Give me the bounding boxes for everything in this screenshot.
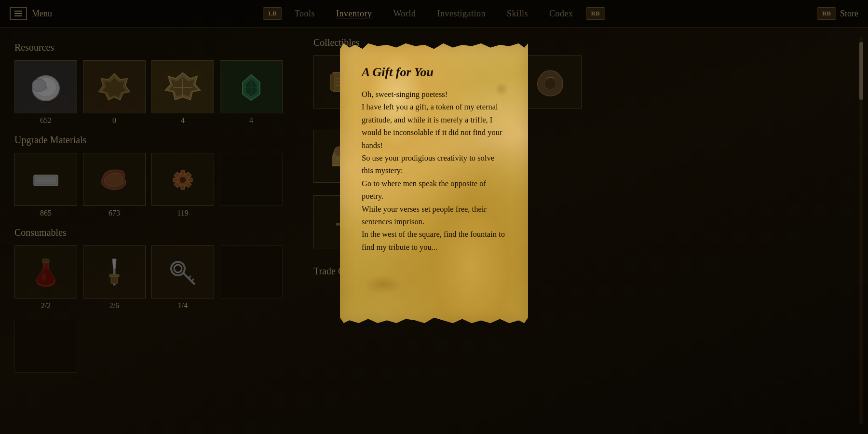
parchment-line2: I have left you a gift, a token of my et…	[362, 102, 502, 149]
parchment-line3: So use your prodigious creativity to sol…	[362, 153, 494, 175]
parchment-title: A Gift for You	[362, 65, 506, 80]
parchment-stain1	[364, 275, 403, 294]
parchment-line4: Go to where men speak the opposite of po…	[362, 179, 486, 201]
parchment-line1: Oh, sweet-singing poetess!	[362, 90, 448, 99]
parchment-body: Oh, sweet-singing poetess! I have left y…	[362, 88, 506, 254]
parchment-line5: While your verses set people free, their…	[362, 204, 487, 226]
parchment-modal: A Gift for You Oh, sweet-singing poetess…	[340, 43, 528, 323]
parchment-line6: In the west of the square, find the foun…	[362, 230, 505, 251]
parchment-stain2	[494, 82, 509, 96]
